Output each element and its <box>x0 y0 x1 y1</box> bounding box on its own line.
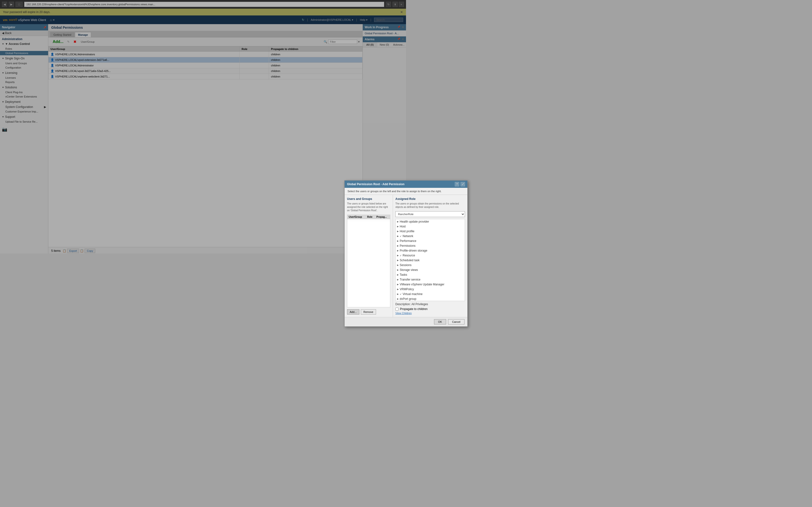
modal-description: Select the users or groups on the left a… <box>345 188 406 195</box>
modal-users-groups-title: Users and Groups <box>347 197 390 201</box>
modal-users-table: User/Group Role Propag... <box>347 215 390 253</box>
role-tree-item[interactable]: ▶ Profile-driven storage <box>396 248 406 253</box>
role-item-name: Host profile <box>400 230 406 233</box>
modal-mini-table: User/Group Role Propag... <box>347 215 390 221</box>
role-item-name: Performance <box>400 239 406 243</box>
mini-col-role: Role <box>366 215 375 219</box>
modal-titlebar: Global Permission Root - Add Permission … <box>345 181 406 188</box>
role-select[interactable]: RancherRole <box>395 211 406 217</box>
role-dropdown-area: RancherRole <box>395 211 406 217</box>
modal-assigned-role-section: Assigned Role The users or groups obtain… <box>393 195 406 253</box>
role-tree-item[interactable]: ▶ Performance <box>396 238 406 243</box>
role-item-name: Host <box>400 225 406 228</box>
modal-users-groups-section: Users and Groups The users or groups lis… <box>345 195 393 253</box>
mini-col-propagate: Propag... <box>375 215 390 219</box>
role-item-name: Health update provider <box>400 220 406 223</box>
mini-col-user: User/Group <box>347 215 366 219</box>
role-tree-item[interactable]: ▶ Health update provider <box>396 219 406 224</box>
modal-body: Users and Groups The users or groups lis… <box>345 195 406 253</box>
role-item-name: Permissions <box>400 244 406 247</box>
role-item-name: Profile-driven storage <box>400 249 406 252</box>
modal-users-groups-desc: The users or groups listed below are ass… <box>347 202 390 212</box>
expand-arrow-icon: ▶ <box>397 240 399 242</box>
role-tree-item[interactable]: ▶ Permissions <box>396 243 406 248</box>
expand-arrow-icon: ▶ <box>397 244 399 247</box>
modal-assigned-role-title: Assigned Role <box>395 197 406 201</box>
role-tree: ▶ Health update provider ▶ Host ▶ Host p… <box>395 219 406 253</box>
role-tree-item[interactable]: ▶ Host <box>396 224 406 229</box>
role-tree-item[interactable]: ▶ Host profile <box>396 229 406 234</box>
modal-assigned-role-desc: The users or groups obtain the permissio… <box>395 202 406 209</box>
table-row[interactable] <box>347 219 390 221</box>
expand-arrow-icon: ▶ <box>397 220 399 223</box>
role-tree-item[interactable]: ▶ ✓ Resource <box>396 253 406 253</box>
expand-arrow-icon: ▶ <box>397 235 399 237</box>
expand-arrow-icon: ▶ <box>397 225 399 228</box>
role-checked-icon: ✓ <box>400 235 402 237</box>
role-item-name: Network <box>403 234 406 238</box>
expand-arrow-icon: ▶ <box>397 249 399 252</box>
expand-arrow-icon: ▶ <box>397 230 399 232</box>
modal-title: Global Permission Root - Add Permission <box>347 182 405 186</box>
add-permission-modal: Global Permission Root - Add Permission … <box>344 180 406 253</box>
mini-row-user <box>347 219 390 221</box>
role-tree-item[interactable]: ▶ ✓ Network <box>396 234 406 238</box>
modal-overlay: Global Permission Root - Add Permission … <box>0 0 406 253</box>
